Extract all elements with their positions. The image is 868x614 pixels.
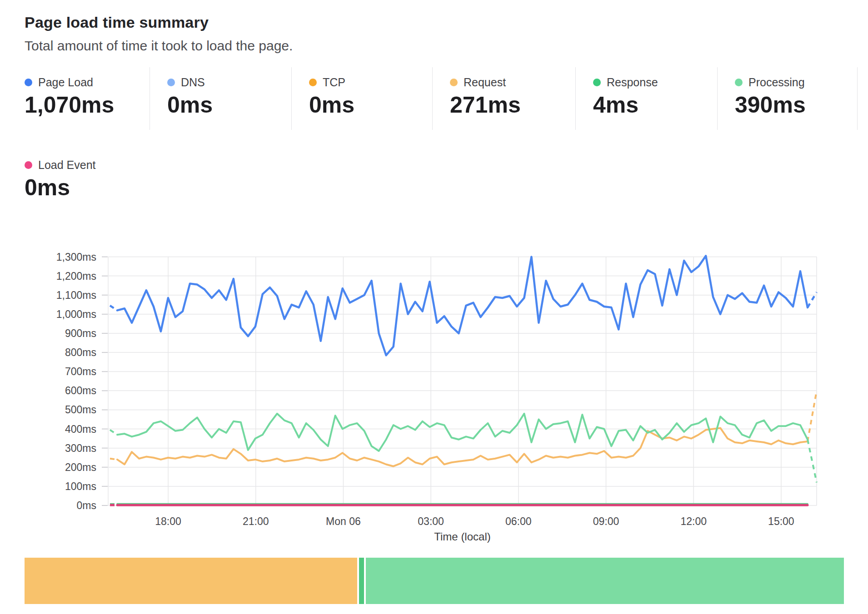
y-tick-label: 1,300ms — [56, 251, 96, 263]
x-tick-label: 03:00 — [418, 515, 444, 527]
series-request-line — [117, 428, 808, 466]
series-page-load-lead-dash — [110, 306, 117, 311]
bar-segment-processing-share[interactable] — [366, 558, 844, 604]
chart-series — [110, 256, 817, 505]
series-page-load-tail-dash — [808, 292, 817, 307]
x-tick-label: 15:00 — [768, 515, 794, 527]
series-page-load-line — [117, 256, 808, 355]
axis-tick-labels: 0ms100ms200ms300ms400ms500ms600ms700ms80… — [56, 251, 794, 543]
x-tick-label: 18:00 — [155, 515, 181, 527]
y-tick-label: 300ms — [65, 442, 96, 454]
x-tick-label: Mon 06 — [326, 515, 361, 527]
series-processing-line — [117, 414, 808, 451]
y-tick-label: 200ms — [65, 461, 96, 473]
y-tick-label: 100ms — [65, 480, 96, 492]
y-tick-label: 900ms — [65, 327, 96, 339]
y-tick-label: 1,000ms — [56, 308, 96, 320]
page-load-time-chart[interactable]: 0ms100ms200ms300ms400ms500ms600ms700ms80… — [0, 0, 868, 614]
y-tick-label: 1,200ms — [56, 270, 96, 282]
y-tick-label: 800ms — [65, 347, 96, 358]
series-request-lead-dash — [110, 459, 117, 460]
y-tick-label: 500ms — [65, 404, 96, 416]
y-tick-label: 400ms — [65, 423, 96, 435]
time-range-stacked-bar[interactable] — [25, 558, 844, 604]
bar-segment-request-share[interactable] — [25, 558, 357, 604]
y-tick-label: 700ms — [65, 366, 96, 377]
series-processing-lead-dash — [110, 430, 117, 435]
y-tick-label: 1,100ms — [56, 289, 96, 301]
x-tick-label: 06:00 — [505, 515, 532, 527]
x-axis-title: Time (local) — [434, 530, 490, 543]
y-tick-label: 600ms — [65, 385, 96, 396]
series-processing-tail-dash — [808, 440, 817, 483]
x-tick-label: 12:00 — [680, 515, 707, 527]
x-tick-label: 09:00 — [593, 515, 619, 527]
x-tick-label: 21:00 — [243, 515, 269, 527]
bar-segment-response-share[interactable] — [359, 558, 364, 604]
series-request-tail-dash — [808, 391, 817, 441]
y-tick-label: 0ms — [77, 500, 96, 511]
